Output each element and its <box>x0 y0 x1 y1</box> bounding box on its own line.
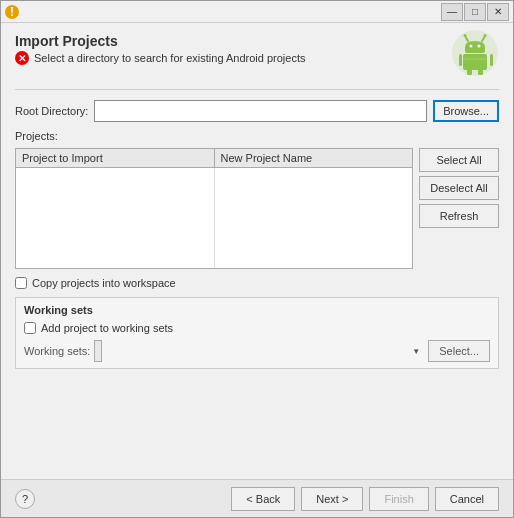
svg-rect-7 <box>463 54 487 70</box>
finish-button[interactable]: Finish <box>369 487 428 511</box>
footer-area <box>15 375 499 469</box>
back-button[interactable]: < Back <box>231 487 295 511</box>
deselect-all-button[interactable]: Deselect All <box>419 176 499 200</box>
subtitle-text: Select a directory to search for existin… <box>34 52 305 64</box>
svg-point-2 <box>464 34 467 37</box>
col-header-project: Project to Import <box>16 149 215 167</box>
dropdown-arrow-icon: ▼ <box>412 347 420 356</box>
app-icon: ! <box>5 5 19 19</box>
table-col-project <box>16 168 215 268</box>
add-to-working-sets-row: Add project to working sets <box>24 322 490 334</box>
help-button[interactable]: ? <box>15 489 35 509</box>
separator <box>15 89 499 90</box>
table-header: Project to Import New Project Name <box>16 149 412 168</box>
error-icon: ✕ <box>15 51 29 65</box>
browse-button[interactable]: Browse... <box>433 100 499 122</box>
android-logo <box>451 29 499 77</box>
projects-buttons: Select All Deselect All Refresh <box>419 148 499 269</box>
projects-label: Projects: <box>15 130 499 142</box>
dialog-content: Import Projects ✕ Select a directory to … <box>1 23 513 479</box>
maximize-button[interactable]: □ <box>464 3 486 21</box>
table-body <box>16 168 412 268</box>
dialog-title: Import Projects <box>15 33 305 49</box>
title-bar-left: ! <box>5 5 23 19</box>
select-button[interactable]: Select... <box>428 340 490 362</box>
dialog-subtitle: ✕ Select a directory to search for exist… <box>15 51 305 65</box>
next-button[interactable]: Next > <box>301 487 363 511</box>
refresh-button[interactable]: Refresh <box>419 204 499 228</box>
root-dir-label: Root Directory: <box>15 105 88 117</box>
svg-rect-9 <box>490 54 493 66</box>
add-working-sets-checkbox[interactable] <box>24 322 36 334</box>
col-header-name: New Project Name <box>215 149 413 167</box>
working-sets-title: Working sets <box>24 304 490 316</box>
copy-checkbox-row: Copy projects into workspace <box>15 277 499 289</box>
svg-point-5 <box>470 45 473 48</box>
projects-table: Project to Import New Project Name <box>15 148 413 269</box>
svg-point-4 <box>484 34 487 37</box>
minimize-button[interactable]: — <box>441 3 463 21</box>
cancel-button[interactable]: Cancel <box>435 487 499 511</box>
working-sets-input-row: Working sets: ▼ Select... <box>24 340 490 362</box>
svg-rect-8 <box>459 54 462 66</box>
dialog-header-left: Import Projects ✕ Select a directory to … <box>15 33 305 65</box>
main-window: ! — □ ✕ Import Projects ✕ Select a direc… <box>0 0 514 518</box>
table-col-name <box>215 168 413 268</box>
bottom-bar: ? < Back Next > Finish Cancel <box>1 479 513 517</box>
close-button[interactable]: ✕ <box>487 3 509 21</box>
root-dir-row: Root Directory: Browse... <box>15 100 499 122</box>
projects-area: Project to Import New Project Name Selec… <box>15 148 499 269</box>
working-sets-section: Working sets Add project to working sets… <box>15 297 499 369</box>
working-sets-dropdown-wrapper: ▼ <box>94 340 424 362</box>
title-bar-controls: — □ ✕ <box>441 3 509 21</box>
title-bar: ! — □ ✕ <box>1 1 513 23</box>
select-all-button[interactable]: Select All <box>419 148 499 172</box>
root-dir-input[interactable] <box>94 100 427 122</box>
svg-point-6 <box>478 45 481 48</box>
svg-rect-10 <box>467 69 472 75</box>
copy-checkbox-label: Copy projects into workspace <box>32 277 176 289</box>
working-sets-dropdown[interactable] <box>94 340 102 362</box>
add-working-sets-label: Add project to working sets <box>41 322 173 334</box>
svg-rect-11 <box>478 69 483 75</box>
working-sets-input-label: Working sets: <box>24 345 90 357</box>
copy-checkbox[interactable] <box>15 277 27 289</box>
dialog-header: Import Projects ✕ Select a directory to … <box>15 33 499 77</box>
